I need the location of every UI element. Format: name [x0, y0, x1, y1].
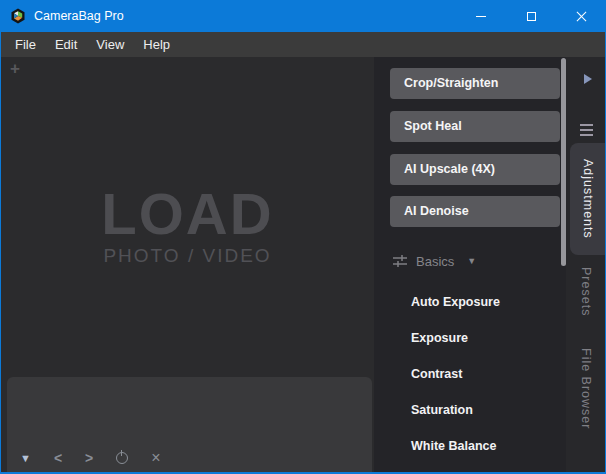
ai-denoise-button[interactable]: AI Denoise [390, 196, 560, 227]
app-window: CameraBag Pro File Edit View Help + LOAD… [0, 0, 606, 474]
close-icon [576, 11, 587, 22]
tab-file-browser[interactable]: File Browser [566, 346, 605, 432]
content-area: + LOAD PHOTO / VIDEO ▼ < > × Crop/Straig… [1, 57, 605, 472]
menubar: File Edit View Help [1, 32, 605, 57]
close-button[interactable] [556, 0, 606, 32]
panel-menu-icon[interactable] [580, 124, 593, 139]
adjustment-auto-exposure[interactable]: Auto Exposure [411, 294, 500, 310]
menu-bar-line [580, 129, 593, 131]
tab-adjustments[interactable]: Adjustments [570, 143, 605, 255]
adjustment-exposure[interactable]: Exposure [411, 330, 468, 346]
basics-section-label: Basics [416, 254, 454, 269]
basics-section-header[interactable]: Basics ▼ [392, 253, 476, 269]
photo-canvas[interactable]: + LOAD PHOTO / VIDEO ▼ < > × [1, 57, 374, 472]
app-logo-icon[interactable] [10, 8, 26, 24]
menu-edit[interactable]: Edit [55, 37, 77, 52]
chevron-down-icon[interactable]: ▼ [467, 256, 476, 266]
tools-panel: Crop/Straighten Spot Heal AI Upscale (4X… [374, 57, 567, 472]
sliders-icon [392, 253, 408, 269]
collapse-panel-icon[interactable] [584, 74, 592, 84]
minimize-icon [476, 16, 486, 17]
remove-icon[interactable]: × [151, 452, 160, 464]
spot-heal-button[interactable]: Spot Heal [390, 111, 560, 142]
power-icon[interactable] [116, 452, 128, 464]
adjustment-saturation[interactable]: Saturation [411, 402, 473, 418]
tab-adjustments-label: Adjustments [581, 159, 595, 239]
menu-bar-line [580, 134, 593, 136]
ai-upscale-button[interactable]: AI Upscale (4X) [390, 154, 560, 185]
adjustment-contrast[interactable]: Contrast [411, 366, 462, 382]
window-controls [456, 0, 606, 32]
maximize-icon [527, 12, 536, 21]
collapse-tray-icon[interactable]: ▼ [20, 452, 31, 464]
menu-bar-line [580, 124, 593, 126]
menu-help[interactable]: Help [143, 37, 170, 52]
tab-presets[interactable]: Presets [566, 270, 605, 314]
load-placeholder[interactable]: LOAD PHOTO / VIDEO [1, 185, 374, 267]
tab-file-browser-label: File Browser [579, 348, 593, 429]
filmstrip-tray: ▼ < > × [7, 377, 372, 472]
next-icon[interactable]: > [85, 450, 93, 466]
load-title: LOAD [1, 185, 374, 243]
menu-view[interactable]: View [96, 37, 124, 52]
titlebar[interactable]: CameraBag Pro [0, 0, 606, 32]
add-icon[interactable]: + [10, 59, 20, 79]
adjustment-white-balance[interactable]: White Balance [411, 438, 496, 454]
load-subtitle: PHOTO / VIDEO [1, 245, 374, 267]
tab-presets-label: Presets [579, 267, 593, 316]
menu-file[interactable]: File [15, 37, 36, 52]
filmstrip-toolbar: ▼ < > × [20, 450, 184, 466]
side-tab-strip: Adjustments Presets File Browser [566, 57, 605, 472]
crop-straighten-button[interactable]: Crop/Straighten [390, 68, 560, 99]
previous-icon[interactable]: < [54, 450, 62, 466]
minimize-button[interactable] [456, 0, 506, 32]
window-title: CameraBag Pro [34, 0, 124, 32]
maximize-button[interactable] [506, 0, 556, 32]
